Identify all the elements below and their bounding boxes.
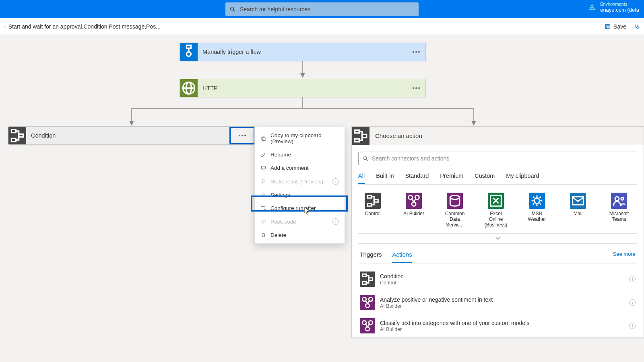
svg-point-19 — [264, 209, 266, 210]
flow-canvas[interactable]: Manually trigger a flow HTTP Condition C… — [0, 35, 644, 362]
environment-label: Environments — [600, 2, 639, 7]
svg-point-31 — [412, 202, 416, 206]
search-icon — [363, 156, 369, 162]
svg-line-1 — [233, 10, 235, 11]
global-search[interactable] — [225, 2, 419, 16]
environment-picker[interactable]: Environments enayu.com (defa — [588, 2, 639, 13]
svg-rect-23 — [362, 134, 367, 137]
tab-premium[interactable]: Premium — [440, 173, 463, 184]
connector-control[interactable]: Control — [360, 193, 386, 228]
svg-rect-22 — [355, 139, 359, 142]
tab-all[interactable]: All — [358, 173, 365, 184]
save-button[interactable]: Save — [605, 23, 626, 30]
ctx-configure-run-after[interactable]: Configure run after — [255, 202, 345, 215]
info-icon: i — [332, 178, 339, 185]
svg-point-24 — [364, 156, 367, 160]
connector-category-tabs: All Built-in Standard Premium Custom My … — [358, 173, 637, 185]
svg-point-17 — [263, 194, 264, 196]
svg-line-25 — [366, 159, 367, 160]
svg-rect-21 — [355, 130, 359, 133]
see-more-link[interactable]: See more — [613, 251, 636, 263]
http-more-button[interactable] — [407, 79, 425, 97]
action-row[interactable]: Analyze positive or negative sentiment i… — [358, 291, 637, 314]
action-list: ConditionControl i Analyze positive or n… — [358, 267, 637, 337]
ctx-delete[interactable]: Delete — [255, 228, 345, 242]
http-title: HTTP — [198, 79, 407, 97]
action-row[interactable]: Classify text into categories with one o… — [358, 314, 637, 337]
svg-point-34 — [534, 198, 539, 203]
stethoscope-icon — [634, 23, 640, 30]
tab-standard[interactable]: Standard — [405, 173, 429, 184]
svg-rect-4 — [607, 27, 609, 29]
svg-point-46 — [365, 327, 369, 331]
svg-point-43 — [365, 304, 369, 308]
ctx-static-result: Static result (Preview) i — [255, 175, 345, 188]
trigger-title: Manually trigger a flow — [198, 43, 407, 61]
svg-rect-40 — [369, 278, 373, 280]
svg-rect-38 — [362, 274, 366, 277]
tab-built-in[interactable]: Built-in — [376, 173, 394, 184]
connector-mail[interactable]: Mail — [565, 193, 591, 228]
trigger-more-button[interactable] — [407, 43, 425, 61]
condition-icon — [8, 127, 26, 144]
svg-rect-26 — [367, 195, 372, 198]
choose-action-panel: Choose an action All Built-in Standard P… — [351, 126, 644, 338]
svg-rect-3 — [607, 24, 609, 25]
context-menu: Copy to my clipboard (Preview) Rename Ad… — [254, 127, 345, 244]
connector-excel-online-business-[interactable]: Excel Online (Business) — [483, 193, 509, 228]
svg-point-0 — [231, 7, 234, 10]
connector-microsoft-teams[interactable]: Microsoft Teams — [606, 193, 632, 228]
connector-msn-weather[interactable]: MSN Weather — [524, 193, 550, 228]
action-search[interactable] — [358, 152, 637, 165]
tab-my-clipboard[interactable]: My clipboard — [506, 173, 539, 184]
action-row[interactable]: ConditionControl i — [358, 267, 637, 291]
svg-point-18 — [262, 206, 263, 208]
svg-rect-12 — [11, 130, 16, 132]
svg-rect-27 — [367, 204, 372, 206]
tab-custom[interactable]: Custom — [475, 173, 495, 184]
search-icon — [229, 6, 236, 12]
condition-title: Condition — [26, 127, 229, 144]
breadcrumb-chevron-icon: › — [4, 23, 6, 30]
subtab-triggers[interactable]: Triggers — [360, 251, 382, 263]
subtab-actions[interactable]: Actions — [392, 251, 412, 263]
choose-action-title: Choose an action — [369, 132, 428, 139]
svg-point-8 — [187, 52, 191, 56]
choose-action-header: Choose an action — [352, 127, 644, 145]
svg-rect-15 — [262, 138, 265, 141]
top-bar: Environments enayu.com (defa — [0, 0, 644, 18]
expand-connectors-button[interactable] — [358, 233, 637, 244]
http-card[interactable]: HTTP — [180, 79, 426, 97]
ctx-settings[interactable]: Settings — [255, 188, 345, 202]
connector-ai-builder[interactable]: AI Builder — [401, 193, 427, 228]
chevron-down-icon — [495, 237, 501, 241]
svg-point-20 — [263, 221, 264, 222]
svg-rect-13 — [11, 138, 16, 141]
svg-point-32 — [450, 195, 459, 200]
svg-rect-39 — [362, 282, 366, 284]
svg-point-37 — [621, 197, 624, 200]
ctx-rename[interactable]: Rename — [255, 148, 345, 161]
svg-point-36 — [615, 197, 619, 201]
connector-common-data-servic-[interactable]: Common Data Servic... — [442, 193, 468, 228]
http-icon — [180, 79, 198, 97]
toolbar: › Start and wait for an approval,Conditi… — [0, 18, 644, 35]
trigger-icon — [180, 43, 198, 61]
trigger-action-tabs: Triggers Actions See more — [358, 251, 637, 263]
environment-value: enayu.com (defa — [600, 7, 639, 13]
info-icon[interactable]: i — [629, 299, 636, 306]
ctx-copy[interactable]: Copy to my clipboard (Preview) — [255, 129, 345, 148]
info-icon[interactable]: i — [629, 276, 636, 282]
trigger-card[interactable]: Manually trigger a flow — [180, 43, 426, 61]
flow-checker-button[interactable] — [634, 23, 640, 30]
action-search-input[interactable] — [372, 155, 633, 162]
svg-rect-16 — [262, 166, 266, 169]
condition-card[interactable]: Condition — [8, 126, 255, 145]
condition-more-button[interactable] — [229, 126, 255, 145]
info-icon[interactable]: i — [629, 323, 636, 329]
ctx-add-comment[interactable]: Add a comment — [255, 161, 345, 175]
breadcrumb[interactable]: Start and wait for an approval,Condition… — [8, 23, 161, 30]
global-search-input[interactable] — [236, 6, 415, 12]
environment-icon — [588, 3, 596, 11]
save-icon — [605, 23, 611, 30]
